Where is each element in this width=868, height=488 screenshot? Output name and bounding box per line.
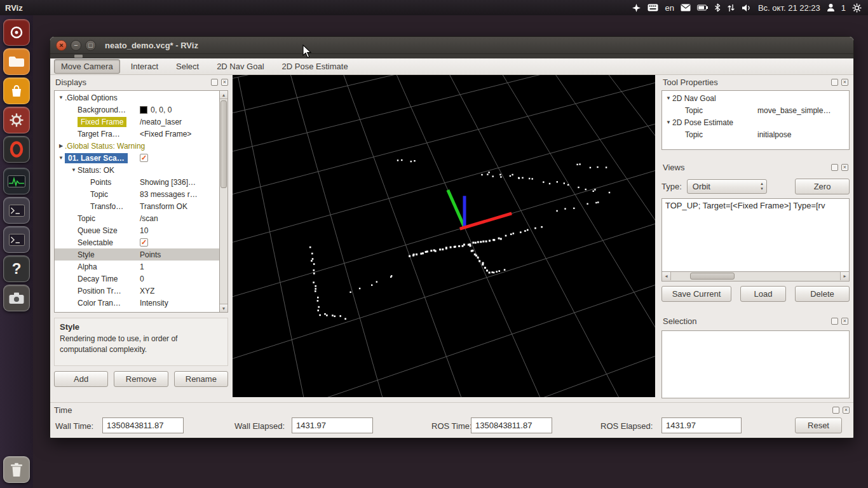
tool-properties-header[interactable]: Tool Properties × [659,75,852,89]
display-property-row[interactable]: Queue Size10 [55,224,219,236]
scroll-right-icon[interactable]: ▸ [840,272,849,280]
scroll-up-icon[interactable]: ▴ [220,91,227,99]
display-property-row[interactable]: StylePoints [55,248,219,261]
property-value[interactable]: initialpose [757,130,791,139]
mail-icon[interactable] [681,4,691,11]
enabled-checkbox[interactable]: ✓ [140,238,148,247]
horizontal-scrollbar[interactable]: ◂ ▸ [661,272,850,281]
selection-header[interactable]: Selection × [659,314,852,328]
bluetooth-icon[interactable] [714,3,721,12]
property-value[interactable]: 0, 0, 0 [151,105,172,114]
float-panel-icon[interactable] [211,79,218,86]
float-panel-icon[interactable] [831,164,838,171]
display-property-row[interactable]: Topic83 messages r… [55,188,219,200]
maximize-button[interactable]: □ [85,40,96,51]
titlebar[interactable]: × − □ neato_demo.vcg* - RViz [50,37,853,54]
launcher-help-icon[interactable]: ? [3,255,30,282]
close-panel-icon[interactable]: × [221,79,228,86]
minimize-button[interactable]: − [71,40,81,51]
views-header[interactable]: Views × [659,160,852,174]
remove-button[interactable]: Remove [114,371,168,387]
view-type-combo[interactable]: Orbit ▴▾ [687,179,767,194]
toolbar-button-move-camera[interactable]: Move Camera [54,59,120,74]
close-panel-icon[interactable]: × [843,407,850,414]
3d-viewport[interactable] [233,75,655,397]
vertical-scrollbar[interactable]: ▴ ▾ [219,91,227,312]
property-value[interactable]: <Fixed Frame> [140,130,191,139]
display-property-row[interactable]: ▼Status: OK [55,164,219,176]
save-current-button[interactable]: Save Current [661,286,731,302]
property-value[interactable]: 1 [140,262,144,271]
tool-property-row[interactable]: ▼2D Nav Goal [662,92,849,104]
property-value[interactable]: 0 [140,274,144,283]
topbar-app-name[interactable]: RViz [5,3,23,13]
launcher-dash-home-icon[interactable] [3,19,30,46]
property-value[interactable]: XYZ [140,287,154,295]
expand-arrow-icon[interactable]: ▼ [70,167,78,173]
close-button[interactable]: × [56,40,67,51]
scrollbar-thumb[interactable] [690,273,735,280]
launcher-system-monitor-icon[interactable] [3,168,30,194]
rename-button[interactable]: Rename [174,371,228,387]
property-value[interactable]: 10 [140,226,148,235]
property-value[interactable]: /neato_laser [140,118,182,126]
expand-arrow-icon[interactable]: ▼ [57,155,65,161]
reset-button[interactable]: Reset [795,417,842,433]
launcher-files-icon[interactable] [3,48,30,75]
displays-panel-header[interactable]: Displays × [51,75,232,89]
launcher-terminal-1-icon[interactable] [3,197,30,224]
app-menu-icon[interactable] [74,55,83,58]
toolbar-button-2d-nav-goal[interactable]: 2D Nav Goal [210,59,271,74]
display-property-row[interactable]: Target Fra…<Fixed Frame> [55,128,219,140]
views-list-item[interactable]: TOP_UP; Target=[<Fixed Frame>] Type=[rv [665,201,825,210]
tool-property-row[interactable]: Topicmove_base_simple… [662,104,849,116]
battery-icon[interactable] [697,4,708,11]
time-panel-header[interactable]: Time × [50,403,853,417]
network-icon[interactable] [632,3,641,13]
toolbar-button-select[interactable]: Select [169,59,206,74]
display-property-row[interactable]: Background…0, 0, 0 [55,104,219,116]
sync-arrows-icon[interactable] [727,4,735,12]
keyboard-layout-label[interactable]: en [665,3,674,13]
display-property-row[interactable]: Fixed Frame/neato_laser [55,116,219,128]
scroll-left-icon[interactable]: ◂ [662,272,671,280]
display-property-row[interactable]: PointsShowing [336]… [55,176,219,188]
property-value[interactable]: Showing [336]… [140,178,196,187]
launcher-system-settings-icon[interactable] [3,107,30,133]
display-property-row[interactable]: Transfo…Transform OK [55,200,219,212]
load-button[interactable]: Load [740,286,786,302]
tool-property-row[interactable]: ▼2D Pose Estimate [662,116,849,128]
close-panel-icon[interactable]: × [841,79,848,86]
display-property-row[interactable]: Alpha1 [55,261,219,273]
zero-button[interactable]: Zero [795,179,850,194]
expand-arrow-icon[interactable]: ▶ [57,143,65,149]
close-panel-icon[interactable]: × [841,164,848,171]
float-panel-icon[interactable] [831,79,838,86]
volume-icon[interactable] [742,4,752,12]
display-property-row[interactable]: ▼.Global Options [55,92,219,104]
property-value[interactable]: Intensity [140,299,168,308]
launcher-terminal-2-icon[interactable] [3,226,30,253]
wall-time-input[interactable] [102,417,184,433]
launcher-screenshot-tool-icon[interactable] [3,285,30,311]
float-panel-icon[interactable] [831,318,838,325]
power-gear-icon[interactable] [852,3,862,13]
add-button[interactable]: Add [54,371,108,387]
clock[interactable]: Вс. окт. 21 22:23 [758,3,820,13]
scrollbar-thumb[interactable] [220,100,227,188]
ros-elapsed-input[interactable] [661,417,742,433]
property-value[interactable]: /scan [140,214,158,223]
property-value[interactable]: Points [140,250,161,259]
delete-button[interactable]: Delete [795,286,850,302]
display-property-row[interactable]: Color Tran…Intensity [55,297,219,309]
toolbar-button-interact[interactable]: Interact [124,59,165,74]
selection-box[interactable] [661,330,850,398]
display-property-row[interactable]: Selectable✓ [55,236,219,248]
display-property-row[interactable]: ▼01. Laser Sca…✓ [55,152,219,164]
launcher-software-center-icon[interactable] [3,78,30,104]
user-icon[interactable] [827,3,835,12]
launcher-opera-icon[interactable] [3,136,30,163]
display-property-row[interactable]: Decay Time0 [55,273,219,285]
toolbar-button-2d-pose-estimate[interactable]: 2D Pose Estimate [275,59,355,74]
expand-arrow-icon[interactable]: ▼ [665,95,672,101]
